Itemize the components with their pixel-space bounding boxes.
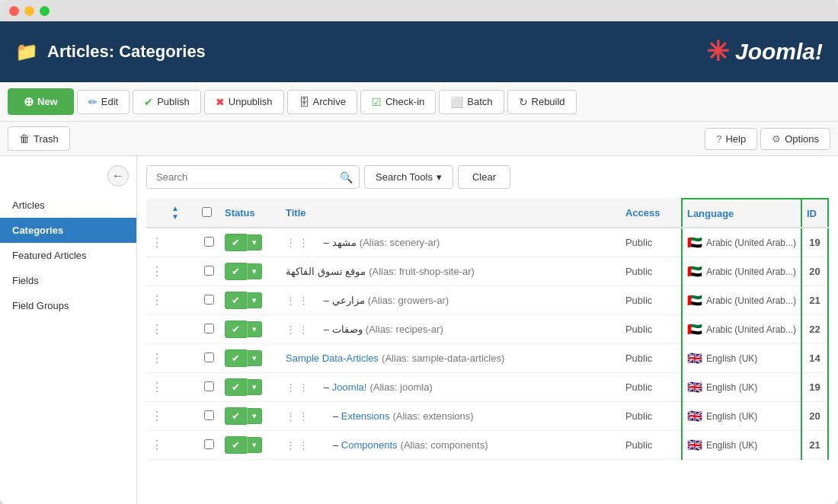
th-language[interactable]: Language (682, 199, 801, 228)
status-dropdown-button[interactable]: ▾ (247, 437, 262, 453)
language-cell: 🇦🇪 Arabic (United Arab...) (682, 286, 801, 315)
id-cell: 22 (801, 315, 828, 344)
sidebar-item-fields[interactable]: Fields (0, 268, 136, 293)
sidebar-item-featured-articles[interactable]: Featured Articles (0, 243, 136, 268)
status-published-button[interactable]: ✔ (225, 378, 247, 396)
dash: – (333, 410, 338, 422)
status-dropdown-button[interactable]: ▾ (247, 234, 262, 250)
checkbox-cell (197, 257, 220, 286)
title-link[interactable]: Components (341, 439, 398, 451)
row-checkbox[interactable] (204, 295, 214, 305)
status-published-button[interactable]: ✔ (225, 292, 247, 309)
status-published-button[interactable]: ✔ (225, 234, 247, 251)
drag-handle[interactable]: ⋮ (151, 439, 162, 451)
title-cell: ⋮ ⋮ – Components (Alias: components) (281, 431, 621, 460)
status-published-button[interactable]: ✔ (225, 436, 247, 454)
title-link[interactable]: Sample Data-Articles (286, 352, 379, 364)
th-sort[interactable]: ▲ ▼ (167, 199, 197, 228)
rebuild-button[interactable]: ↻ Rebuild (507, 90, 577, 114)
table-row: ⋮ ✔ ▾ ⋮ ⋮ – مزارعي (Alias: growers-ar) P… (146, 286, 828, 315)
checkin-button[interactable]: ☑ Check-in (360, 90, 436, 114)
archive-button[interactable]: 🗄 Archive (287, 90, 357, 114)
row-checkbox[interactable] (204, 381, 214, 391)
drag-handle[interactable]: ⋮ (151, 236, 162, 249)
options-button-label: Options (785, 133, 819, 145)
row-checkbox[interactable] (204, 410, 214, 420)
mac-close-button[interactable] (9, 6, 19, 16)
clear-button[interactable]: Clear (458, 165, 510, 189)
status-published-button[interactable]: ✔ (225, 321, 247, 338)
th-status[interactable]: Status (220, 199, 281, 228)
status-dropdown-button[interactable]: ▾ (247, 379, 262, 395)
flag-icon: 🇦🇪 (687, 324, 702, 336)
status-dropdown-button[interactable]: ▾ (247, 408, 262, 424)
joomla-brand-text: Joomla! (735, 39, 823, 65)
sort-down-icon[interactable]: ▼ (171, 213, 193, 221)
search-tools-button[interactable]: Search Tools ▾ (364, 165, 453, 189)
th-access[interactable]: Access (621, 199, 682, 228)
table-header-row: ▲ ▼ Status Title Access Language ID (146, 199, 828, 228)
sidebar-item-articles[interactable]: Articles (0, 193, 136, 218)
th-title[interactable]: Title (281, 199, 621, 228)
row-checkbox[interactable] (204, 266, 214, 276)
sidebar-label-featured-articles: Featured Articles (12, 250, 87, 261)
sort-up-icon[interactable]: ▲ (171, 205, 193, 212)
alias-text: (Alias: growers-ar) (368, 295, 449, 306)
status-dropdown-button[interactable]: ▾ (247, 321, 262, 337)
batch-button[interactable]: ⬜ Batch (439, 90, 504, 114)
back-button[interactable]: ← (107, 165, 129, 187)
sort-cell (167, 286, 197, 315)
language-cell: 🇬🇧 English (UK) (682, 431, 801, 460)
status-dropdown-button[interactable]: ▾ (247, 350, 262, 366)
drag-handle[interactable]: ⋮ (151, 294, 162, 307)
drag-handle[interactable]: ⋮ (151, 323, 162, 336)
options-button[interactable]: ⚙ Options (760, 128, 830, 150)
search-icon[interactable]: 🔍 (340, 171, 353, 183)
checkin-icon: ☑ (372, 96, 382, 108)
flag-icon: 🇬🇧 (687, 410, 702, 423)
main-content: 🔍 Search Tools ▾ Clear ▲ (137, 156, 838, 504)
trash-button[interactable]: 🗑 Trash (8, 126, 70, 151)
th-checkbox[interactable] (197, 199, 220, 228)
row-checkbox[interactable] (204, 352, 214, 362)
publish-button[interactable]: ✔ Publish (133, 90, 201, 114)
id-cell: 19 (801, 373, 828, 402)
mac-minimize-button[interactable] (24, 6, 34, 16)
sidebar-label-categories: Categories (12, 225, 63, 236)
status-published-button[interactable]: ✔ (225, 407, 247, 425)
access-cell: Public (621, 257, 682, 286)
checkin-button-label: Check-in (385, 96, 424, 107)
batch-icon: ⬜ (450, 96, 463, 108)
sidebar-item-categories[interactable]: Categories (0, 218, 136, 243)
status-dropdown-button[interactable]: ▾ (247, 263, 262, 279)
alias-text: (Alias: sample-data-articles) (382, 352, 504, 364)
sidebar-item-field-groups[interactable]: Field Groups (0, 293, 136, 318)
status-published-button[interactable]: ✔ (225, 349, 247, 367)
mac-maximize-button[interactable] (40, 6, 50, 16)
status-dropdown-button[interactable]: ▾ (247, 292, 262, 308)
drag-handle[interactable]: ⋮ (151, 381, 162, 394)
unpublish-button[interactable]: ✖ Unpublish (204, 90, 284, 114)
new-button[interactable]: ⊕ New (8, 88, 74, 115)
row-checkbox[interactable] (204, 439, 214, 449)
drag-handle[interactable]: ⋮ (151, 352, 162, 365)
trash-button-label: Trash (34, 133, 59, 145)
sidebar-label-articles: Articles (12, 199, 45, 211)
help-button[interactable]: ? Help (705, 128, 757, 150)
title-link[interactable]: Joomla! (332, 381, 367, 393)
folder-icon: 📁 (15, 41, 38, 62)
sidebar: ← Articles Categories Featured Articles … (0, 156, 137, 504)
search-input[interactable] (153, 166, 340, 188)
title-indent: – Components (Alias: components) (315, 439, 488, 451)
row-checkbox[interactable] (204, 237, 214, 247)
edit-button[interactable]: ✏ Edit (77, 90, 130, 114)
title-link[interactable]: Extensions (341, 410, 390, 422)
drag-handle[interactable]: ⋮ (151, 265, 162, 278)
th-id[interactable]: ID (801, 199, 828, 228)
select-all-checkbox[interactable] (202, 207, 212, 217)
status-published-button[interactable]: ✔ (225, 263, 247, 280)
row-checkbox[interactable] (204, 324, 214, 333)
table-row: ⋮ ✔ ▾ ⋮ ⋮ – Components (Alias: component… (146, 431, 828, 460)
new-button-label: New (37, 96, 58, 107)
drag-handle[interactable]: ⋮ (151, 410, 162, 423)
